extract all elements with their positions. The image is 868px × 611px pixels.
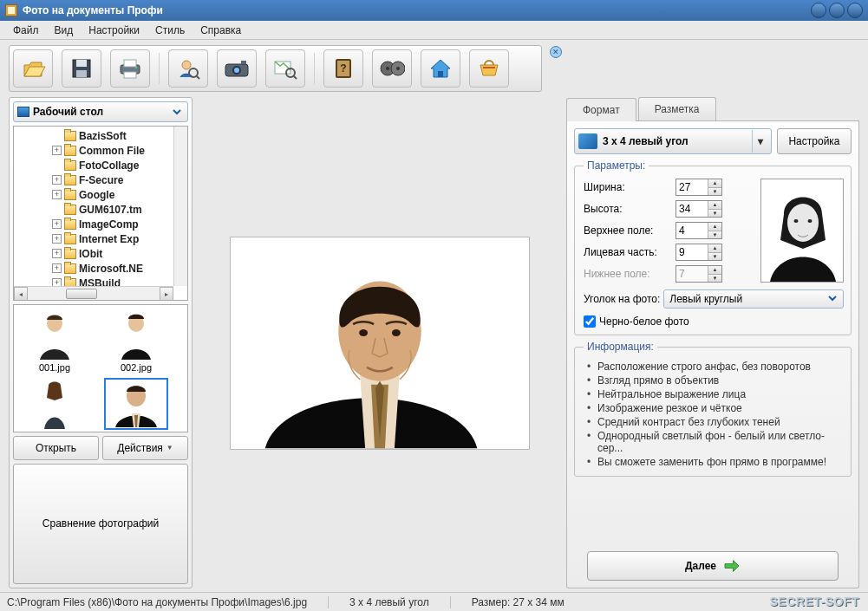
tree-item[interactable]: +IObit [14,246,187,261]
tree-item[interactable]: +Common File [14,143,187,158]
tree-label: GUM6107.tm [79,204,142,216]
menu-view[interactable]: Вид [47,22,82,39]
info-item: Однородный светлый фон - белый или светл… [587,429,844,455]
help-book-button[interactable]: ? [323,49,363,88]
thumb-item[interactable]: 001.jpg [17,309,92,373]
folder-icon [64,190,76,200]
expand-icon[interactable]: + [52,175,62,185]
menu-help[interactable]: Справка [193,22,249,39]
next-label: Далее [685,560,716,572]
height-label: Высота: [584,203,675,215]
tree-item[interactable]: +F-Secure [14,172,187,187]
scroll-left-icon[interactable]: ◂ [14,287,28,301]
tree-item[interactable]: +Internet Exp [14,231,187,246]
next-button[interactable]: Далее [587,551,839,581]
svg-point-34 [391,329,400,336]
menu-style[interactable]: Стиль [147,22,193,39]
top-margin-input[interactable] [676,223,708,238]
maximize-button[interactable] [829,3,845,18]
tree-item[interactable]: +ImageComp [14,217,187,231]
tree-item[interactable]: GUM6107.tm [14,202,187,217]
corner-value: Левый круглый [669,293,827,305]
menu-file[interactable]: Файл [5,22,47,39]
open-folder-button[interactable]: Открыть [13,436,99,460]
thumb-label: 6.jpg [99,432,173,432]
home-button[interactable] [421,49,460,88]
svg-rect-1 [76,60,87,67]
width-input[interactable] [676,179,708,195]
arrow-right-icon [723,559,741,573]
print-button[interactable] [110,49,150,88]
format-combo[interactable]: 3 х 4 левый угол ▾ [574,128,772,154]
height-input[interactable] [676,201,708,217]
app-icon [5,4,17,16]
close-toolbar-icon[interactable]: ✕ [550,46,562,58]
height-spinner[interactable]: ▲▼ [675,200,722,218]
params-legend: Параметры: [584,159,649,172]
bw-checkbox[interactable] [584,315,596,328]
folder-icon [64,249,76,259]
zoom-button[interactable] [265,49,305,88]
scroll-thumb[interactable] [66,289,97,299]
photo-preview[interactable] [230,237,530,450]
status-size: Размер: 27 x 34 мм [472,596,565,608]
chevron-down-icon [827,293,838,306]
expand-icon[interactable]: + [52,190,62,199]
svg-point-7 [182,61,191,69]
tree-item[interactable]: +Microsoft.NE [14,261,187,276]
width-spinner[interactable]: ▲▼ [675,179,722,196]
spin-up-icon[interactable]: ▲ [708,223,721,231]
expand-icon[interactable]: + [52,234,62,244]
spin-up-icon[interactable]: ▲ [708,244,721,253]
face-part-input[interactable] [676,244,708,260]
svg-rect-13 [241,61,246,64]
spin-down-icon[interactable]: ▼ [708,231,721,239]
spin-down-icon[interactable]: ▼ [708,188,721,196]
expand-icon[interactable]: + [52,249,62,258]
corner-select[interactable]: Левый круглый [663,289,844,309]
shop-button[interactable] [469,49,509,88]
tree-label: Microsoft.NE [79,263,143,275]
info-group: Информация: Расположение строго анфас, б… [574,341,852,477]
scroll-right-icon[interactable]: ▸ [160,287,173,301]
expand-icon[interactable]: + [52,219,62,229]
video-button[interactable] [372,49,412,88]
configure-button[interactable]: Настройка [777,128,852,154]
tree-label: F-Secure [79,174,123,186]
close-button[interactable] [847,3,863,18]
save-button[interactable] [62,49,101,88]
face-part-spinner[interactable]: ▲▼ [675,244,722,261]
tree-item[interactable]: BazisSoft [14,128,187,143]
open-file-button[interactable] [13,49,53,88]
spin-up-icon[interactable]: ▲ [708,201,721,210]
minimize-button[interactable] [811,3,826,18]
spin-down-icon[interactable]: ▼ [708,210,721,218]
thumbnail-list[interactable]: 001.jpg 002.jpg 003.jpg 6.jpg [13,304,188,432]
bottom-margin-label: Нижнее поле: [584,268,675,280]
thumb-item-selected[interactable]: 6.jpg [99,378,173,432]
tree-vscrollbar[interactable] [173,127,187,286]
info-item: Изображение резкое и чёткое [587,401,844,415]
tab-layout[interactable]: Разметка [638,97,716,120]
location-combo[interactable]: Рабочий стол [13,101,188,122]
thumb-item[interactable]: 002.jpg [99,309,173,373]
info-item: Нейтральное выражение лица [587,387,844,401]
compare-photos-button[interactable]: Сравнение фотографий [13,464,188,585]
info-legend: Информация: [584,341,657,353]
actions-button[interactable]: Действия▼ [102,436,188,460]
spin-up-icon[interactable]: ▲ [708,179,721,188]
folder-tree[interactable]: BazisSoft+Common FileFotoCollage+F-Secur… [13,126,188,301]
find-face-button[interactable] [168,49,208,88]
info-item: Взгляд прямо в объектив [587,374,844,387]
tab-format[interactable]: Формат [566,98,636,121]
expand-icon[interactable]: + [52,146,62,155]
thumb-item[interactable]: 003.jpg [17,378,92,432]
tree-item[interactable]: FotoCollage [14,158,187,172]
top-margin-spinner[interactable]: ▲▼ [675,222,722,239]
spin-down-icon[interactable]: ▼ [708,253,721,261]
camera-button[interactable] [217,49,257,88]
tree-item[interactable]: +Google [14,187,187,202]
tree-hscrollbar[interactable]: ◂ ▸ [14,286,173,300]
menu-settings[interactable]: Настройки [81,22,147,39]
expand-icon[interactable]: + [52,263,62,273]
